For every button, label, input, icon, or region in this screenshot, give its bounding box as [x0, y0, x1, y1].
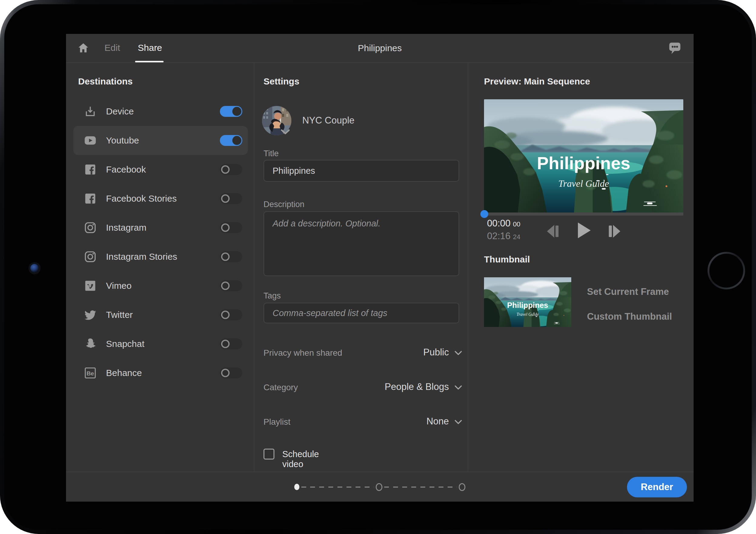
privacy-value: Public	[423, 347, 449, 358]
stepper-dash	[384, 487, 457, 488]
tablet-device-frame: Edit Share Philippines Destinations	[0, 0, 756, 534]
category-value: People & Blogs	[385, 381, 449, 392]
destination-label: Twitter	[106, 310, 133, 320]
video-preview[interactable]	[484, 99, 683, 213]
toggle-knob	[221, 165, 230, 174]
destination-label: Facebook Stories	[106, 193, 176, 204]
destination-label: Facebook	[106, 165, 146, 175]
playlist-dropdown[interactable]: Playlist None	[263, 415, 462, 429]
step-forward-button[interactable]	[607, 223, 622, 239]
toggle-knob	[232, 136, 241, 145]
destination-row-vimeo[interactable]: Vimeo	[73, 271, 248, 300]
account-name[interactable]: NYC Couple	[302, 115, 354, 126]
step-back-button[interactable]	[545, 223, 560, 239]
toggle-knob	[221, 282, 230, 290]
destination-label: Instagram Stories	[106, 252, 177, 262]
preview-heading: Preview: Main Sequence	[484, 76, 590, 87]
tags-label: Tags	[263, 291, 281, 301]
toggle-knob	[221, 311, 230, 319]
stepper-dash	[301, 487, 374, 488]
privacy-label: Privacy when shared	[263, 348, 342, 358]
screenshot-stage: Edit Share Philippines Destinations	[0, 0, 756, 534]
chevron-down-icon	[454, 350, 462, 356]
render-button[interactable]: Render	[627, 477, 687, 497]
step-1-active-dot[interactable]	[294, 484, 300, 490]
destination-row-twitter[interactable]: Twitter	[73, 300, 248, 329]
thumbnail-image[interactable]	[484, 277, 571, 327]
destination-row-behance[interactable]: Be Behance	[73, 358, 248, 388]
youtube-toggle[interactable]	[220, 135, 242, 146]
destinations-panel: Destinations Device	[66, 63, 255, 472]
privacy-dropdown[interactable]: Privacy when shared Public	[263, 346, 462, 360]
set-current-frame-button[interactable]: Set Current Frame	[587, 286, 669, 297]
play-button[interactable]	[576, 221, 592, 239]
category-label: Category	[263, 383, 298, 392]
toggle-knob	[221, 252, 230, 261]
schedule-video-checkbox[interactable]	[263, 449, 274, 460]
device-toggle[interactable]	[220, 106, 242, 117]
destination-row-device[interactable]: Device	[73, 97, 248, 126]
toggle-knob	[232, 107, 241, 116]
device-download-icon	[84, 105, 97, 118]
playlist-label: Playlist	[263, 417, 290, 427]
instagram-stories-toggle[interactable]	[220, 251, 242, 262]
main-content: Destinations Device	[66, 63, 694, 472]
instagram-icon	[84, 221, 97, 234]
facebook-toggle[interactable]	[220, 164, 242, 175]
instagram-toggle[interactable]	[220, 222, 242, 233]
description-label: Description	[263, 200, 304, 209]
facebook-stories-toggle[interactable]	[220, 193, 242, 204]
vimeo-toggle[interactable]	[220, 280, 242, 291]
destination-label: Device	[106, 106, 134, 116]
share-tab-underline	[135, 61, 164, 63]
twitter-icon	[84, 308, 97, 321]
project-title: Philippines	[66, 43, 694, 53]
description-input[interactable]	[263, 211, 459, 276]
facebook-icon	[84, 163, 97, 176]
tags-input[interactable]	[263, 303, 459, 323]
category-dropdown[interactable]: Category People & Blogs	[263, 381, 462, 395]
destination-label: Youtube	[106, 135, 139, 146]
account-chevron-down-icon[interactable]	[281, 129, 290, 135]
behance-icon: Be	[84, 366, 97, 380]
scrubber-track[interactable]	[484, 213, 683, 216]
twitter-toggle[interactable]	[220, 309, 242, 320]
footer-bar: Render	[66, 471, 694, 502]
top-bar: Edit Share Philippines	[66, 34, 694, 63]
youtube-icon	[84, 134, 97, 147]
destination-row-facebook[interactable]: Facebook	[73, 155, 248, 184]
toggle-knob	[221, 223, 230, 232]
destination-label: Vimeo	[106, 281, 132, 291]
toggle-knob	[221, 369, 230, 377]
playhead[interactable]	[480, 210, 488, 218]
thumbnail-heading: Thumbnail	[484, 254, 530, 265]
destinations-heading: Destinations	[78, 76, 133, 87]
destination-row-instagram-stories[interactable]: Instagram Stories	[73, 242, 248, 271]
destination-row-youtube[interactable]: Youtube	[73, 126, 248, 155]
step-2-dot[interactable]	[376, 483, 383, 491]
destination-label: Instagram	[106, 222, 146, 233]
vimeo-icon	[84, 279, 97, 292]
total-timecode: 02:1624	[487, 231, 520, 242]
settings-heading: Settings	[263, 76, 299, 87]
facebook-icon	[84, 192, 97, 205]
schedule-video-label: Schedule video	[282, 449, 319, 469]
feedback-chat-icon[interactable]	[668, 41, 682, 55]
snapchat-toggle[interactable]	[220, 339, 242, 349]
destinations-list: Device Youtube	[73, 97, 248, 388]
destination-row-snapchat[interactable]: Snapchat	[73, 329, 248, 358]
behance-toggle[interactable]	[220, 368, 242, 378]
destination-row-facebook-stories[interactable]: Facebook Stories	[73, 184, 248, 213]
destination-row-instagram[interactable]: Instagram	[73, 213, 248, 242]
destination-label: Snapchat	[106, 339, 145, 349]
title-label: Title	[263, 149, 279, 158]
home-button[interactable]	[708, 252, 745, 290]
instagram-icon	[84, 250, 97, 263]
playlist-value: None	[426, 416, 449, 427]
custom-thumbnail-button[interactable]: Custom Thumbnail	[587, 311, 672, 322]
step-3-dot[interactable]	[459, 483, 466, 491]
toggle-knob	[221, 194, 230, 203]
workflow-stepper	[294, 483, 466, 491]
current-timecode: 00:0000	[487, 218, 520, 229]
title-input[interactable]	[263, 160, 459, 182]
